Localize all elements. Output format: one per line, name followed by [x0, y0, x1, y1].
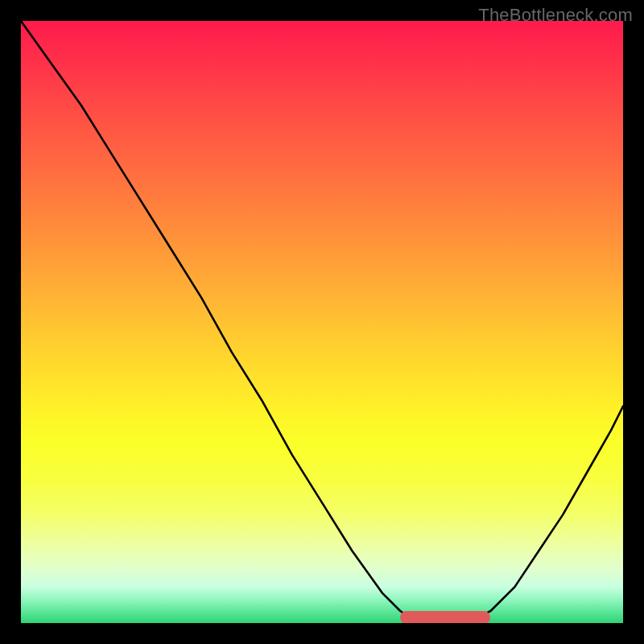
optimal-range-highlight — [400, 611, 490, 623]
curve-layer — [21, 21, 623, 623]
bottleneck-curve — [21, 21, 623, 623]
plot-area — [21, 21, 623, 623]
watermark-text: TheBottleneck.com — [478, 5, 633, 26]
chart-frame — [21, 21, 623, 623]
